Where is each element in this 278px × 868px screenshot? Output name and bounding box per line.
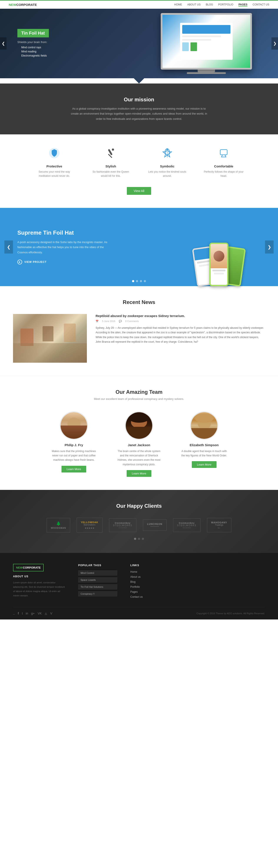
team-title: Our Amazing Team bbox=[9, 389, 269, 395]
member-name-elizabeth: Elizabeth Simpson bbox=[180, 443, 228, 447]
feature-stylish: Stylish So fashionable even the Queen wo… bbox=[89, 148, 133, 178]
learn-more-janet[interactable]: Learn More bbox=[127, 470, 151, 477]
nav-contact[interactable]: CONTACT US bbox=[252, 3, 269, 6]
clients-dot-3[interactable] bbox=[142, 538, 144, 540]
news-body: Sydney, July 29 — An unemployed alien re… bbox=[96, 326, 265, 344]
portfolio-arrow-left[interactable]: ❮ bbox=[4, 241, 13, 253]
social-icons-row: ⎵ f t in g+ VK ◬ V bbox=[13, 612, 52, 615]
client-luncheon: LUNCHEON bbox=[143, 520, 166, 531]
dot-1[interactable] bbox=[132, 280, 134, 282]
footer-link-blog[interactable]: Blog bbox=[130, 580, 161, 583]
phone-2 bbox=[209, 243, 229, 286]
feature-protective: Protective Secures your mind the way med… bbox=[33, 148, 76, 178]
nav-blog[interactable]: BLOG bbox=[206, 3, 213, 6]
hero-arrow-left[interactable]: ❮ bbox=[0, 37, 6, 50]
footer-bottom: ⎵ f t in g+ VK ◬ V Copyright © 2016 Them… bbox=[13, 607, 265, 615]
footer-about-col: NEW CORPORATE ABOUT US Lorem ipsum dolor… bbox=[13, 564, 65, 598]
team-member-elizabeth: Elizabeth Simpson A double agent that ke… bbox=[180, 411, 228, 477]
rss-icon[interactable]: ⎵ bbox=[13, 612, 15, 615]
hero-features: Mind control rays Mind reading Electroma… bbox=[18, 46, 49, 57]
clients-dots bbox=[9, 538, 269, 540]
footer-grid: NEW CORPORATE ABOUT US Lorem ipsum dolor… bbox=[13, 564, 265, 598]
svg-rect-6 bbox=[220, 150, 227, 155]
news-grid: Reptiloid abused by zookeeper escapes Si… bbox=[13, 314, 265, 363]
footer-tags-col: POPULAR TAGS Mind Control Space Lizards … bbox=[78, 564, 117, 598]
footer-link-about[interactable]: About us bbox=[130, 575, 161, 578]
footer-logo-new: NEW bbox=[16, 566, 23, 569]
portfolio-phones bbox=[190, 243, 248, 286]
feature-symbolic: Symbolic Lets you notice the kindred sou… bbox=[145, 148, 189, 178]
news-comments: 0 Comments bbox=[125, 320, 139, 322]
portfolio-body: A posh accessory designed in the Soho la… bbox=[18, 240, 113, 255]
team-subtitle: Meet our excellent team of professional … bbox=[9, 397, 269, 401]
learn-more-elizabeth[interactable]: Learn More bbox=[192, 461, 216, 468]
footer-about-text: Lorem ipsum dolor sit amet, consectetur … bbox=[13, 581, 65, 598]
logo: NEWCORPORATE bbox=[9, 3, 37, 6]
clients-section: Our Happy Clients 🌲 WOODSMAN YELLOWOAK B… bbox=[0, 490, 278, 553]
team-member-janet: Janet Jackson The brain centre of the wh… bbox=[115, 411, 163, 477]
footer-tag-1[interactable]: Mind Control bbox=[78, 570, 117, 576]
view-project-label: VIEW PROJECT bbox=[24, 260, 47, 264]
nav-about[interactable]: ABOUT US bbox=[187, 3, 201, 6]
footer-link-pages[interactable]: Pages bbox=[130, 590, 161, 593]
team-section: Our Amazing Team Meet our excellent team… bbox=[0, 376, 278, 490]
news-article-title: Reptiloid abused by zookeeper escapes Si… bbox=[96, 314, 265, 318]
svg-line-7 bbox=[221, 155, 222, 157]
nav-pages[interactable]: PAGES bbox=[239, 3, 247, 6]
view-all-button[interactable]: View All bbox=[127, 187, 151, 195]
hero-arrow-right[interactable]: ❯ bbox=[272, 37, 278, 50]
footer-tag-4[interactable]: Conspiracy !! bbox=[78, 591, 117, 596]
member-desc-elizabeth: A double agent that keeps in touch with … bbox=[180, 449, 228, 458]
dot-4[interactable] bbox=[144, 280, 146, 282]
protective-icon bbox=[33, 148, 76, 161]
slider-dots bbox=[132, 280, 146, 282]
client-yellowoak: YELLOWOAK Barnmakers ★★★★★ bbox=[77, 518, 103, 532]
mission-body: As a global conspiracy investigation ins… bbox=[69, 106, 209, 121]
footer-link-contact[interactable]: Contact us bbox=[130, 595, 161, 598]
portfolio-arrow-right[interactable]: ❯ bbox=[265, 241, 274, 253]
comfortable-title: Comfortable bbox=[202, 164, 245, 168]
news-article: Reptiloid abused by zookeeper escapes Si… bbox=[96, 314, 265, 344]
vimeo-icon[interactable]: V bbox=[50, 612, 52, 615]
nav-home[interactable]: HOME bbox=[174, 3, 182, 6]
header: NEWCORPORATE HOME ABOUT US BLOG PORTFOLI… bbox=[0, 0, 278, 9]
footer-about-heading: ABOUT US bbox=[13, 575, 65, 578]
footer-tags-heading: POPULAR TAGS bbox=[78, 564, 117, 567]
comfortable-desc: Perfectly follows the shape of your head… bbox=[202, 170, 245, 178]
hero-computer-mockup bbox=[161, 13, 252, 74]
footer-tags-list: Mind Control Space Lizards Tin Foil Hat … bbox=[78, 570, 117, 596]
footer-copyright: Copyright © 2016 Theme by ADO solutions.… bbox=[197, 612, 265, 615]
facebook-icon[interactable]: f bbox=[18, 612, 19, 615]
symbolic-icon bbox=[145, 148, 189, 161]
vk-icon[interactable]: VK bbox=[38, 612, 42, 615]
portfolio-content: Supreme Tin Foil Hat A posh accessory de… bbox=[18, 229, 113, 265]
recent-news-section: Recent News Reptiloid abused by zookeepe… bbox=[0, 286, 278, 376]
googleplus-icon[interactable]: g+ bbox=[31, 612, 35, 615]
client-ironmonkey-2: Ironmonkey STEELWORKS Essential bbox=[173, 518, 201, 532]
calendar-icon: 📅 bbox=[96, 320, 99, 323]
clients-dot-1[interactable] bbox=[134, 538, 136, 540]
footer-link-portfolio[interactable]: Portfolio bbox=[130, 585, 161, 588]
portfolio-title: Supreme Tin Foil Hat bbox=[18, 229, 113, 236]
footer-logo: NEW CORPORATE bbox=[13, 564, 44, 571]
stylish-title: Stylish bbox=[89, 164, 133, 168]
member-name-philip: Philip J. Fry bbox=[50, 443, 98, 447]
recent-news-title: Recent News bbox=[13, 299, 265, 305]
footer-link-home[interactable]: Home bbox=[130, 570, 161, 574]
dot-3[interactable] bbox=[140, 280, 142, 282]
team-member-philip: Philip J. Fry Makes sure that the printi… bbox=[50, 411, 98, 477]
instagram-icon[interactable]: ◬ bbox=[45, 612, 47, 615]
footer-tag-tin-foil[interactable]: Tin Foil Hat Solutions bbox=[78, 584, 117, 589]
news-date: 5 June 2016 bbox=[102, 320, 115, 322]
clients-dot-2[interactable] bbox=[138, 538, 140, 540]
linkedin-icon[interactable]: in bbox=[26, 612, 28, 615]
nav-portfolio[interactable]: PORTFOLIO bbox=[218, 3, 233, 6]
mission-title: Our mission bbox=[9, 97, 269, 103]
view-project-link[interactable]: ▶ VIEW PROJECT bbox=[18, 259, 113, 265]
news-meta: 📅 5 June 2016 💬 0 Comments bbox=[96, 320, 265, 323]
footer-tag-2[interactable]: Space Lizards bbox=[78, 577, 117, 583]
twitter-icon[interactable]: t bbox=[22, 612, 23, 615]
footer-links-col: LINKS Home About us Blog Portfolio Pages… bbox=[130, 564, 161, 598]
learn-more-philip[interactable]: Learn More bbox=[62, 466, 86, 472]
dot-2[interactable] bbox=[136, 280, 138, 282]
